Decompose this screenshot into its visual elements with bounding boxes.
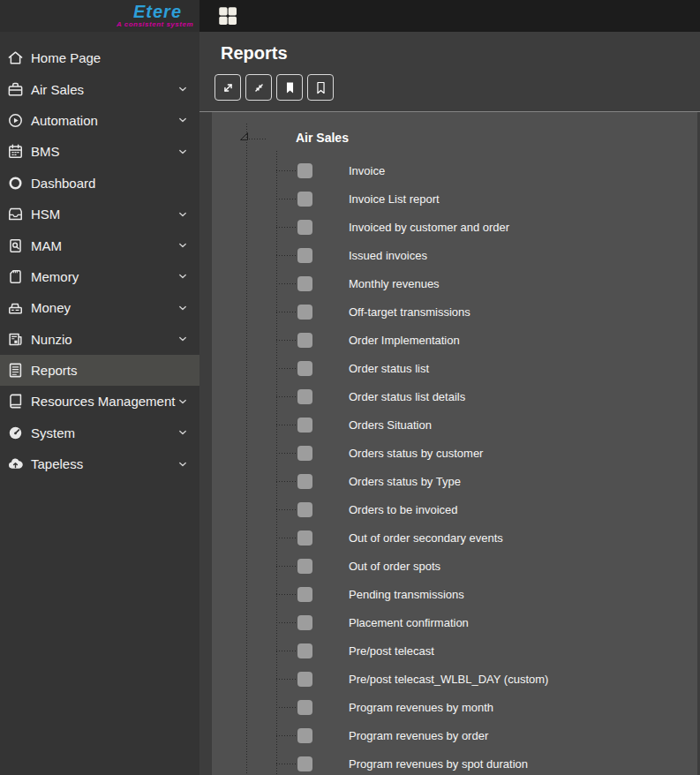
report-checkbox[interactable] — [297, 361, 312, 376]
report-checkbox[interactable] — [297, 163, 312, 178]
tree-guide-line — [276, 764, 297, 764]
sidebar-item-money[interactable]: Money — [0, 292, 199, 323]
report-label[interactable]: Out of order secondary events — [349, 531, 503, 545]
sidebar-item-label: Air Sales — [31, 82, 84, 97]
report-checkbox[interactable] — [297, 643, 312, 658]
sidebar-item-resources-management[interactable]: Resources Management — [0, 386, 199, 417]
tree-row: Program revenues by month — [212, 693, 697, 721]
toolbar — [199, 74, 700, 101]
sidebar-item-home-page[interactable]: Home Page — [0, 42, 199, 73]
tree-guide-line — [249, 139, 267, 139]
report-label[interactable]: Order status list details — [349, 390, 465, 403]
sidebar-item-label: Memory — [31, 269, 79, 284]
report-label[interactable]: Orders to be invoiced — [349, 503, 458, 516]
sidebar-item-label: Resources Management — [31, 394, 175, 409]
tree-expander-icon[interactable] — [240, 132, 248, 140]
sidebar-item-label: Automation — [31, 113, 98, 128]
report-label[interactable]: Issued invoices — [349, 249, 427, 262]
file-text-icon — [7, 362, 24, 379]
tree-guide-line — [276, 227, 297, 228]
chevron-down-icon — [177, 395, 189, 408]
report-label[interactable]: Placement confirmation — [349, 616, 469, 629]
sidebar-item-system[interactable]: System — [0, 418, 199, 448]
report-checkbox[interactable] — [297, 700, 312, 715]
play-circle-icon — [7, 112, 24, 129]
tree-row: Placement confirmation — [212, 608, 697, 636]
report-label[interactable]: Order Implementation — [349, 334, 460, 347]
sidebar-item-tapeless[interactable]: Tapeless — [0, 448, 199, 479]
bookmark-filled-icon — [282, 80, 297, 95]
report-checkbox[interactable] — [297, 333, 312, 348]
archive-icon — [7, 206, 24, 222]
report-checkbox[interactable] — [297, 756, 312, 771]
report-label[interactable]: Orders status by Type — [349, 475, 461, 488]
report-label[interactable]: Out of order spots — [349, 560, 440, 573]
etere-logo: Etere A consistent system — [0, 0, 199, 32]
tree-guide-line — [276, 651, 297, 651]
tree-row: Orders Situation — [212, 410, 697, 439]
collapse-all-button[interactable] — [245, 74, 272, 101]
tree-guide-line — [276, 679, 297, 680]
report-label[interactable]: Invoice List report — [349, 192, 440, 206]
report-label[interactable]: Program revenues by month — [349, 701, 493, 714]
report-checkbox[interactable] — [297, 220, 312, 235]
sidebar: Home Page Air Sales Automation — [0, 32, 199, 775]
chevron-down-icon — [177, 302, 189, 314]
report-checkbox[interactable] — [297, 276, 312, 291]
report-checkbox[interactable] — [297, 728, 312, 743]
report-checkbox[interactable] — [297, 672, 312, 687]
sidebar-item-dashboard[interactable]: Dashboard — [0, 168, 199, 199]
tree-row: Monthly revenues — [212, 269, 697, 297]
top-bar: Etere A consistent system — [0, 0, 700, 32]
report-label[interactable]: Program revenues by order — [349, 729, 488, 742]
sidebar-item-bms[interactable]: BMS — [0, 136, 199, 167]
report-checkbox[interactable] — [297, 446, 312, 461]
tree-guide-line — [276, 707, 297, 708]
expand-all-button[interactable] — [215, 74, 241, 101]
report-checkbox[interactable] — [297, 305, 312, 320]
sidebar-item-reports[interactable]: Reports — [0, 355, 199, 386]
bookmark-filled-button[interactable] — [276, 74, 303, 101]
report-label[interactable]: Order status list — [349, 362, 429, 375]
sidebar-item-mam[interactable]: MAM — [0, 229, 199, 260]
tree-guide-line — [276, 368, 297, 369]
file-search-icon — [7, 237, 24, 254]
sidebar-item-nunzio[interactable]: Nunzio — [0, 324, 199, 355]
report-label[interactable]: Invoice — [349, 164, 385, 177]
report-checkbox[interactable] — [297, 530, 312, 546]
tree-guide-line — [276, 255, 297, 256]
tree-row: Off-target transmissions — [212, 297, 697, 326]
sidebar-item-label: HSM — [31, 207, 60, 222]
report-label[interactable]: Pre/post telecast — [349, 644, 434, 658]
report-label[interactable]: Invoiced by customer and order — [349, 221, 509, 234]
report-label[interactable]: Pending transmissions — [349, 588, 464, 601]
tree-root-air-sales[interactable]: Air Sales — [296, 131, 349, 145]
report-label[interactable]: Program revenues by spot duration — [349, 757, 528, 771]
sidebar-item-air-sales[interactable]: Air Sales — [0, 73, 199, 104]
sidebar-item-label: Reports — [31, 363, 78, 378]
sidebar-item-hsm[interactable]: HSM — [0, 199, 199, 229]
report-checkbox[interactable] — [297, 587, 312, 602]
chevron-down-icon — [177, 458, 189, 470]
tree-row: Out of order spots — [212, 552, 697, 580]
bookmark-outline-button[interactable] — [307, 74, 334, 101]
report-label[interactable]: Monthly revenues — [349, 277, 440, 290]
apps-grid-button[interactable] — [215, 3, 241, 29]
report-checkbox[interactable] — [297, 248, 312, 263]
report-label[interactable]: Orders Situation — [349, 418, 432, 432]
tree-row: Order Implementation — [212, 326, 697, 354]
report-checkbox[interactable] — [297, 615, 312, 630]
sidebar-item-memory[interactable]: Memory — [0, 261, 199, 292]
report-checkbox[interactable] — [297, 502, 312, 517]
report-checkbox[interactable] — [297, 192, 312, 207]
report-label[interactable]: Orders status by customer — [349, 447, 483, 460]
report-checkbox[interactable] — [297, 389, 312, 404]
report-label[interactable]: Off-target transmissions — [349, 305, 470, 319]
report-checkbox[interactable] — [297, 418, 312, 433]
sidebar-item-automation[interactable]: Automation — [0, 105, 199, 136]
report-checkbox[interactable] — [297, 474, 312, 489]
report-checkbox[interactable] — [297, 559, 312, 574]
tree-row: Pre/post telecast_WLBL_DAY (custom) — [212, 665, 697, 693]
report-label[interactable]: Pre/post telecast_WLBL_DAY (custom) — [349, 673, 548, 686]
reports-tree-panel: Air Sales Invoice Invoice List report In… — [212, 112, 697, 775]
